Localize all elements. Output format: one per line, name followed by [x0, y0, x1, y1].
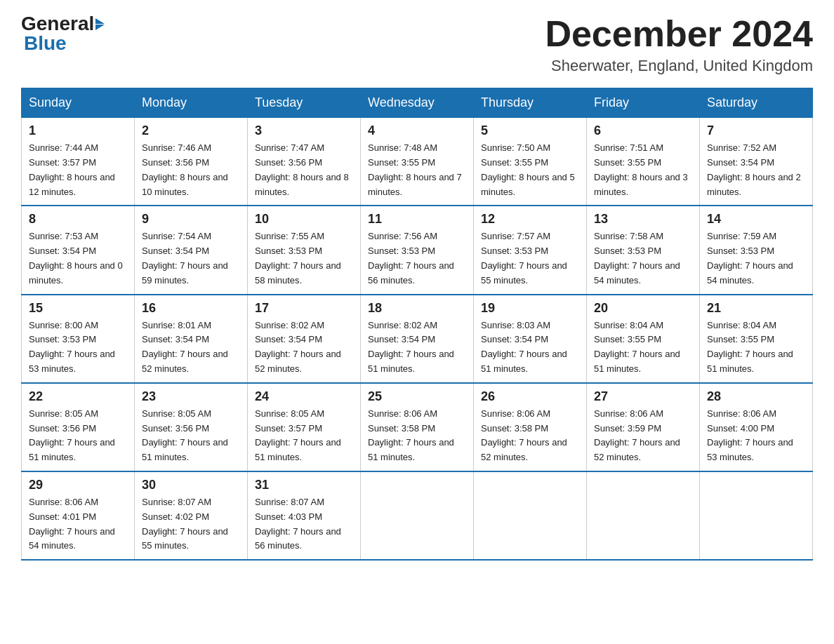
day-number: 6	[594, 123, 692, 138]
day-number: 10	[255, 212, 353, 227]
day-info: Sunrise: 7:50 AM Sunset: 3:55 PM Dayligh…	[481, 141, 579, 199]
table-row: 21 Sunrise: 8:04 AM Sunset: 3:55 PM Dayl…	[700, 295, 813, 383]
day-info: Sunrise: 7:44 AM Sunset: 3:57 PM Dayligh…	[29, 141, 127, 199]
table-row	[587, 471, 700, 560]
day-info: Sunrise: 8:02 AM Sunset: 3:54 PM Dayligh…	[368, 318, 466, 377]
day-number: 2	[142, 123, 240, 138]
day-number: 4	[368, 123, 466, 138]
day-number: 9	[142, 212, 240, 227]
table-row: 22 Sunrise: 8:05 AM Sunset: 3:56 PM Dayl…	[22, 383, 135, 471]
table-row: 18 Sunrise: 8:02 AM Sunset: 3:54 PM Dayl…	[361, 295, 474, 383]
day-number: 26	[481, 389, 579, 404]
title-section: December 2024 Sheerwater, England, Unite…	[545, 14, 813, 75]
calendar-week-2: 8 Sunrise: 7:53 AM Sunset: 3:54 PM Dayli…	[22, 206, 813, 294]
day-number: 23	[142, 389, 240, 404]
table-row: 19 Sunrise: 8:03 AM Sunset: 3:54 PM Dayl…	[474, 295, 587, 383]
day-info: Sunrise: 7:47 AM Sunset: 3:56 PM Dayligh…	[255, 141, 353, 199]
day-number: 8	[29, 212, 127, 227]
day-number: 5	[481, 123, 579, 138]
day-info: Sunrise: 8:01 AM Sunset: 3:54 PM Dayligh…	[142, 318, 240, 377]
table-row	[361, 471, 474, 560]
day-info: Sunrise: 8:06 AM Sunset: 3:58 PM Dayligh…	[481, 407, 579, 465]
table-row: 16 Sunrise: 8:01 AM Sunset: 3:54 PM Dayl…	[135, 295, 248, 383]
table-row: 14 Sunrise: 7:59 AM Sunset: 3:53 PM Dayl…	[700, 206, 813, 294]
table-row: 2 Sunrise: 7:46 AM Sunset: 3:56 PM Dayli…	[135, 118, 248, 206]
table-row: 30 Sunrise: 8:07 AM Sunset: 4:02 PM Dayl…	[135, 471, 248, 560]
day-number: 27	[594, 389, 692, 404]
day-info: Sunrise: 8:07 AM Sunset: 4:03 PM Dayligh…	[255, 495, 353, 554]
day-number: 3	[255, 123, 353, 138]
col-saturday: Saturday	[700, 88, 813, 118]
day-number: 17	[255, 301, 353, 316]
day-info: Sunrise: 8:06 AM Sunset: 4:01 PM Dayligh…	[29, 495, 127, 554]
col-sunday: Sunday	[22, 88, 135, 118]
table-row: 15 Sunrise: 8:00 AM Sunset: 3:53 PM Dayl…	[22, 295, 135, 383]
month-title: December 2024	[545, 14, 813, 54]
day-info: Sunrise: 8:05 AM Sunset: 3:56 PM Dayligh…	[29, 407, 127, 465]
day-info: Sunrise: 7:57 AM Sunset: 3:53 PM Dayligh…	[481, 229, 579, 288]
logo: General Blue	[21, 14, 105, 53]
day-info: Sunrise: 7:54 AM Sunset: 3:54 PM Dayligh…	[142, 229, 240, 288]
day-info: Sunrise: 8:06 AM Sunset: 4:00 PM Dayligh…	[707, 407, 805, 465]
table-row: 31 Sunrise: 8:07 AM Sunset: 4:03 PM Dayl…	[248, 471, 361, 560]
day-info: Sunrise: 8:03 AM Sunset: 3:54 PM Dayligh…	[481, 318, 579, 377]
day-number: 18	[368, 301, 466, 316]
day-info: Sunrise: 7:59 AM Sunset: 3:53 PM Dayligh…	[707, 229, 805, 288]
table-row: 29 Sunrise: 8:06 AM Sunset: 4:01 PM Dayl…	[22, 471, 135, 560]
col-friday: Friday	[587, 88, 700, 118]
table-row: 11 Sunrise: 7:56 AM Sunset: 3:53 PM Dayl…	[361, 206, 474, 294]
table-row: 3 Sunrise: 7:47 AM Sunset: 3:56 PM Dayli…	[248, 118, 361, 206]
table-row: 10 Sunrise: 7:55 AM Sunset: 3:53 PM Dayl…	[248, 206, 361, 294]
day-number: 28	[707, 389, 805, 404]
header-row: Sunday Monday Tuesday Wednesday Thursday…	[22, 88, 813, 118]
table-row: 13 Sunrise: 7:58 AM Sunset: 3:53 PM Dayl…	[587, 206, 700, 294]
day-number: 29	[29, 478, 127, 492]
day-number: 11	[368, 212, 466, 227]
table-row: 20 Sunrise: 8:04 AM Sunset: 3:55 PM Dayl…	[587, 295, 700, 383]
day-number: 24	[255, 389, 353, 404]
calendar-week-5: 29 Sunrise: 8:06 AM Sunset: 4:01 PM Dayl…	[22, 471, 813, 560]
day-info: Sunrise: 7:53 AM Sunset: 3:54 PM Dayligh…	[29, 229, 127, 288]
calendar-week-4: 22 Sunrise: 8:05 AM Sunset: 3:56 PM Dayl…	[22, 383, 813, 471]
table-row: 1 Sunrise: 7:44 AM Sunset: 3:57 PM Dayli…	[22, 118, 135, 206]
day-info: Sunrise: 8:05 AM Sunset: 3:57 PM Dayligh…	[255, 407, 353, 465]
day-number: 21	[707, 301, 805, 316]
table-row: 26 Sunrise: 8:06 AM Sunset: 3:58 PM Dayl…	[474, 383, 587, 471]
table-row: 27 Sunrise: 8:06 AM Sunset: 3:59 PM Dayl…	[587, 383, 700, 471]
day-number: 20	[594, 301, 692, 316]
day-number: 19	[481, 301, 579, 316]
day-number: 25	[368, 389, 466, 404]
calendar-body: 1 Sunrise: 7:44 AM Sunset: 3:57 PM Dayli…	[22, 118, 813, 560]
day-number: 12	[481, 212, 579, 227]
day-info: Sunrise: 7:55 AM Sunset: 3:53 PM Dayligh…	[255, 229, 353, 288]
table-row: 17 Sunrise: 8:02 AM Sunset: 3:54 PM Dayl…	[248, 295, 361, 383]
day-info: Sunrise: 7:48 AM Sunset: 3:55 PM Dayligh…	[368, 141, 466, 199]
day-info: Sunrise: 7:56 AM Sunset: 3:53 PM Dayligh…	[368, 229, 466, 288]
day-number: 30	[142, 478, 240, 492]
logo-general-text: General	[21, 14, 94, 34]
table-row: 24 Sunrise: 8:05 AM Sunset: 3:57 PM Dayl…	[248, 383, 361, 471]
day-info: Sunrise: 7:58 AM Sunset: 3:53 PM Dayligh…	[594, 229, 692, 288]
day-info: Sunrise: 7:51 AM Sunset: 3:55 PM Dayligh…	[594, 141, 692, 199]
day-info: Sunrise: 8:06 AM Sunset: 3:59 PM Dayligh…	[594, 407, 692, 465]
day-info: Sunrise: 8:06 AM Sunset: 3:58 PM Dayligh…	[368, 407, 466, 465]
table-row: 5 Sunrise: 7:50 AM Sunset: 3:55 PM Dayli…	[474, 118, 587, 206]
day-info: Sunrise: 7:52 AM Sunset: 3:54 PM Dayligh…	[707, 141, 805, 199]
day-number: 7	[707, 123, 805, 138]
table-row: 12 Sunrise: 7:57 AM Sunset: 3:53 PM Dayl…	[474, 206, 587, 294]
day-info: Sunrise: 8:05 AM Sunset: 3:56 PM Dayligh…	[142, 407, 240, 465]
col-tuesday: Tuesday	[248, 88, 361, 118]
day-info: Sunrise: 8:00 AM Sunset: 3:53 PM Dayligh…	[29, 318, 127, 377]
day-info: Sunrise: 8:04 AM Sunset: 3:55 PM Dayligh…	[594, 318, 692, 377]
table-row	[474, 471, 587, 560]
table-row: 23 Sunrise: 8:05 AM Sunset: 3:56 PM Dayl…	[135, 383, 248, 471]
calendar-week-3: 15 Sunrise: 8:00 AM Sunset: 3:53 PM Dayl…	[22, 295, 813, 383]
day-info: Sunrise: 8:02 AM Sunset: 3:54 PM Dayligh…	[255, 318, 353, 377]
day-number: 15	[29, 301, 127, 316]
table-row: 4 Sunrise: 7:48 AM Sunset: 3:55 PM Dayli…	[361, 118, 474, 206]
day-number: 22	[29, 389, 127, 404]
day-number: 31	[255, 478, 353, 492]
logo-blue-text: Blue	[24, 34, 105, 53]
location-subtitle: Sheerwater, England, United Kingdom	[545, 57, 813, 75]
table-row: 6 Sunrise: 7:51 AM Sunset: 3:55 PM Dayli…	[587, 118, 700, 206]
